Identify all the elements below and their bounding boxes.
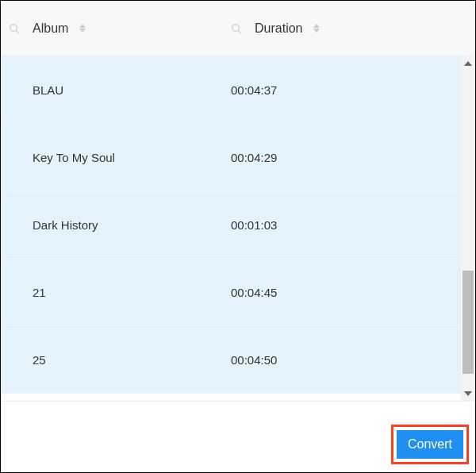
cell-duration: 00:01:03 xyxy=(223,218,277,232)
cell-album: Dark History xyxy=(1,218,223,232)
search-icon[interactable] xyxy=(231,23,242,34)
cell-album: 25 xyxy=(1,353,223,367)
svg-point-0 xyxy=(10,24,17,31)
cell-duration: 00:04:45 xyxy=(223,286,277,299)
column-header-duration[interactable]: Duration xyxy=(223,21,320,36)
search-icon[interactable] xyxy=(9,23,20,34)
scroll-down-icon[interactable] xyxy=(464,391,472,396)
sort-icon[interactable] xyxy=(79,24,86,33)
highlight-annotation: Convert xyxy=(391,425,469,464)
cell-album: BLAU xyxy=(1,83,223,97)
column-header-duration-label: Duration xyxy=(255,21,302,36)
svg-line-3 xyxy=(238,30,241,33)
footer: Convert xyxy=(1,401,475,472)
convert-button[interactable]: Convert xyxy=(397,430,463,459)
table-row[interactable]: Key To My Soul 00:04:29 xyxy=(1,124,461,191)
table-header: Album Duration xyxy=(1,1,475,56)
column-header-album[interactable]: Album xyxy=(1,21,223,36)
cell-album: Key To My Soul xyxy=(1,151,223,164)
table-row[interactable]: Dark History 00:01:03 xyxy=(1,191,461,259)
svg-line-1 xyxy=(16,30,19,33)
sort-icon[interactable] xyxy=(313,24,320,33)
table-row[interactable]: 21 00:04:45 xyxy=(1,259,461,326)
cell-duration: 00:04:29 xyxy=(223,151,277,164)
cell-duration: 00:04:37 xyxy=(223,83,277,97)
table-body: BLAU 00:04:37 Key To My Soul 00:04:29 Da… xyxy=(1,56,461,401)
table-row[interactable]: 25 00:04:50 xyxy=(1,326,461,394)
table-row[interactable]: BLAU 00:04:37 xyxy=(1,56,461,124)
cell-duration: 00:04:50 xyxy=(223,353,277,367)
svg-point-2 xyxy=(232,24,240,31)
table-scroll-area: BLAU 00:04:37 Key To My Soul 00:04:29 Da… xyxy=(1,56,475,401)
scroll-up-icon[interactable] xyxy=(464,61,472,66)
scrollbar[interactable] xyxy=(461,56,475,401)
scrollbar-thumb[interactable] xyxy=(463,271,474,374)
cell-album: 21 xyxy=(1,286,223,299)
column-header-album-label: Album xyxy=(33,21,68,36)
